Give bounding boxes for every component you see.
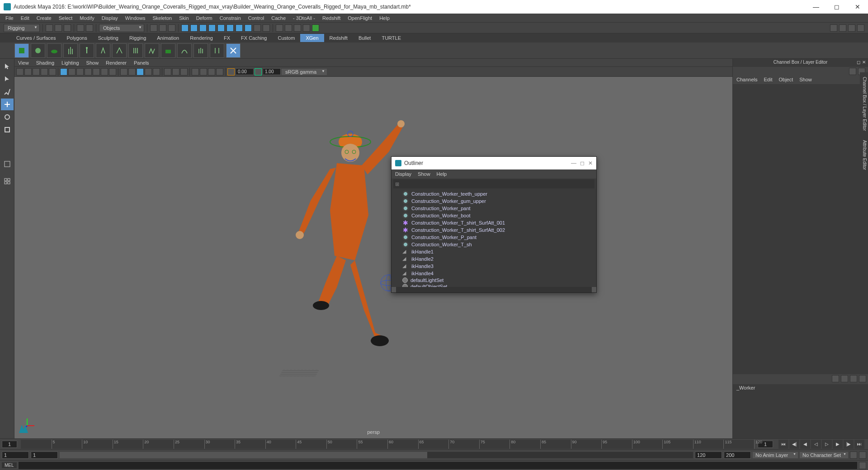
range-out-input[interactable]: [695, 451, 722, 459]
shelf-tab-redshift[interactable]: Redshift: [324, 34, 353, 42]
shelf-tab-rendering[interactable]: Rendering: [184, 34, 218, 42]
vp-smooth-shade-icon[interactable]: [128, 68, 136, 75]
outliner-item[interactable]: Construction_Worker_P_pant: [392, 234, 596, 241]
history-icon[interactable]: [263, 24, 270, 32]
vp-shadows-icon[interactable]: [153, 68, 160, 75]
outliner-item[interactable]: Construction_Worker_teeth_upper: [392, 190, 596, 197]
layout-two-v-icon[interactable]: [1, 201, 14, 212]
outliner-menu-show[interactable]: Show: [418, 171, 430, 177]
sel-hierarchy-icon[interactable]: [150, 24, 157, 32]
outliner-menu-display[interactable]: Display: [395, 171, 411, 177]
range-handle[interactable]: [60, 452, 427, 458]
outliner-item[interactable]: ◢ikHandle4: [392, 270, 596, 277]
menu-set-dropdown[interactable]: Rigging: [4, 24, 40, 32]
xgen-tool14-icon[interactable]: [226, 43, 241, 58]
lasso-tool[interactable]: [1, 73, 14, 85]
outliner-item[interactable]: defaultObjectSet: [392, 283, 596, 287]
open-scene-icon[interactable]: [55, 24, 62, 32]
layer-display-icon[interactable]: [841, 375, 848, 382]
xgen-tool11-icon[interactable]: [177, 43, 192, 58]
shelf-tab-xgen[interactable]: XGen: [300, 34, 324, 42]
range-end-input[interactable]: [724, 451, 751, 459]
layout-custom5-icon[interactable]: [1, 277, 14, 288]
shelf-tab-bullet[interactable]: Bullet: [353, 34, 377, 42]
outliner-item[interactable]: ✱Construction_Worker_T_shirt_SurfAtt_001: [392, 219, 596, 226]
snap-center-icon[interactable]: [245, 24, 252, 32]
vp-isolate-icon[interactable]: [164, 68, 171, 75]
menu-select[interactable]: Select: [55, 14, 76, 22]
panel-layout3-icon[interactable]: [848, 24, 855, 32]
outliner-search[interactable]: ⊞: [393, 179, 594, 188]
render-settings-icon[interactable]: [294, 24, 301, 32]
xgen-tool7-icon[interactable]: [112, 43, 127, 58]
cb-tab-object[interactable]: Object: [778, 77, 793, 82]
channel-sync-icon[interactable]: [849, 68, 856, 75]
menu-windows[interactable]: Windows: [122, 14, 149, 22]
view-menu-view[interactable]: View: [18, 60, 29, 66]
panel-layout1-icon[interactable]: [830, 24, 837, 32]
layout-four-icon[interactable]: [1, 175, 14, 187]
rotate-tool[interactable]: [1, 111, 14, 123]
xgen-tool9-icon[interactable]: [145, 43, 159, 58]
character-set-dropdown[interactable]: No Character Set: [800, 452, 848, 458]
layout-custom3-icon[interactable]: [1, 251, 14, 263]
command-input[interactable]: [19, 462, 857, 469]
outliner-list[interactable]: Construction_Worker_teeth_upperConstruct…: [392, 189, 596, 287]
side-tab-channelboxlayereditor[interactable]: Channel Box / Layer Editor: [861, 77, 867, 131]
panel-layout2-icon[interactable]: [839, 24, 846, 32]
outliner-item[interactable]: ◢ikHandle1: [392, 248, 596, 255]
vp-wireframe-icon[interactable]: [120, 68, 127, 75]
shelf-tab-turtle[interactable]: TURTLE: [376, 34, 406, 42]
lock-icon[interactable]: [254, 24, 261, 32]
render-icon[interactable]: [276, 24, 283, 32]
vp-xray-joints-icon[interactable]: [180, 68, 188, 75]
vp-exposure-icon[interactable]: [227, 68, 235, 75]
layout-custom2-icon[interactable]: [1, 239, 14, 250]
sel-object-icon[interactable]: [159, 24, 166, 32]
selection-mode-dropdown[interactable]: Objects: [99, 24, 144, 32]
outliner-maximize-button[interactable]: ◻: [580, 160, 585, 166]
cb-tab-edit[interactable]: Edit: [764, 77, 772, 82]
xgen-tool3-icon[interactable]: [47, 43, 61, 58]
vp-colorspace-dropdown[interactable]: sRGB gamma: [282, 69, 327, 75]
scroll-right-button[interactable]: [592, 287, 596, 292]
new-scene-icon[interactable]: [46, 24, 53, 32]
layout-three-icon[interactable]: [1, 213, 14, 225]
time-ruler[interactable]: 5101520253035404550556065707580859095100…: [21, 440, 754, 449]
shelf-tab-custom[interactable]: Custom: [273, 34, 301, 42]
prefs-icon[interactable]: [859, 451, 866, 459]
step-back-button[interactable]: ◀: [800, 440, 810, 449]
layout-custom4-icon[interactable]: [1, 264, 14, 276]
view-menu-shading[interactable]: Shading: [36, 60, 54, 66]
step-forward-key-button[interactable]: |▶: [844, 440, 854, 449]
menu-display[interactable]: Display: [98, 14, 122, 22]
outliner-item[interactable]: Construction_Worker_gum_upper: [392, 197, 596, 205]
vp-bookmark-icon[interactable]: [24, 68, 32, 75]
vp-field-chart-icon[interactable]: [93, 68, 100, 75]
menu-file[interactable]: File: [2, 14, 17, 22]
outliner-close-button[interactable]: ✕: [588, 160, 593, 166]
layout-single-icon[interactable]: [1, 158, 14, 170]
vp-textured-icon[interactable]: [137, 68, 144, 75]
scale-tool[interactable]: [1, 124, 14, 136]
redo-icon[interactable]: [86, 24, 93, 32]
outliner-minimize-button[interactable]: —: [571, 160, 576, 166]
outliner-item[interactable]: ◢ikHandle3: [392, 263, 596, 270]
move-tool[interactable]: [1, 99, 14, 110]
ipr-render-icon[interactable]: [285, 24, 292, 32]
menu-cache[interactable]: Cache: [268, 14, 289, 22]
outliner-titlebar[interactable]: Outliner — ◻ ✕: [392, 157, 596, 169]
vp-gamma-input[interactable]: [263, 68, 281, 75]
vp-image-plane-icon[interactable]: [33, 68, 40, 75]
layer-item[interactable]: _Worker: [733, 384, 868, 391]
outliner-menu-help[interactable]: Help: [437, 171, 447, 177]
undo-icon[interactable]: [77, 24, 84, 32]
menu-skeleton[interactable]: Skeleton: [149, 14, 175, 22]
snap-toggle-icon[interactable]: [226, 24, 234, 32]
script-lang-toggle[interactable]: MEL: [2, 462, 17, 468]
autokey-icon[interactable]: [850, 451, 857, 459]
outliner-item[interactable]: Construction_Worker_pant: [392, 205, 596, 212]
xgen-tool1-icon[interactable]: [14, 43, 29, 58]
shelf-tab-animation[interactable]: Animation: [151, 34, 184, 42]
step-back-key-button[interactable]: ◀|: [789, 440, 799, 449]
